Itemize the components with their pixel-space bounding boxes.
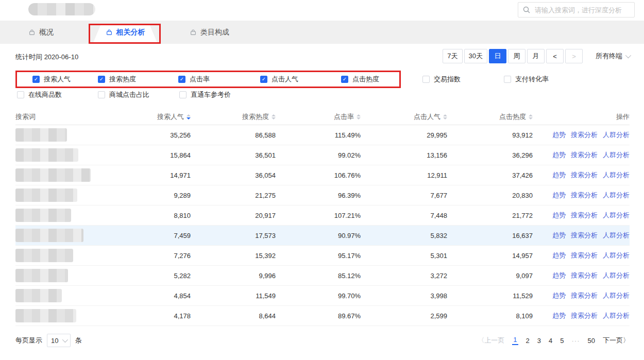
next-period-button[interactable]: > <box>565 49 583 63</box>
prev-page-button[interactable]: 〈上一页 <box>478 336 504 345</box>
action-link[interactable]: 人群分析 <box>603 150 630 160</box>
action-link[interactable]: 搜索分析 <box>571 211 598 220</box>
action-link[interactable]: 搜索分析 <box>571 170 598 180</box>
action-link[interactable]: 人群分析 <box>603 231 630 240</box>
keywords-table: 搜索词搜索人气搜索热度点击率点击人气点击热度操作 35,25686,588115… <box>15 109 630 326</box>
page-number[interactable]: 3 <box>537 337 541 345</box>
terminal-dropdown[interactable]: 所有终端 <box>596 52 630 61</box>
table-header: 搜索词搜索人气搜索热度点击率点击人气点击热度操作 <box>15 109 630 125</box>
metric-item[interactable]: 商城点击占比 <box>98 90 179 99</box>
column-header[interactable]: 点击率 <box>276 112 361 122</box>
chevron-down-icon <box>625 53 631 58</box>
actions-cell: 趋势搜索分析人群分析 <box>533 271 630 280</box>
action-link[interactable]: 趋势 <box>552 170 566 180</box>
range-button[interactable]: 周 <box>508 49 526 63</box>
range-button[interactable]: 30天 <box>464 49 487 63</box>
action-link[interactable]: 搜索分析 <box>571 191 598 200</box>
action-link[interactable]: 趋势 <box>552 291 566 300</box>
action-link[interactable]: 搜索分析 <box>571 251 598 260</box>
metric-item[interactable]: ✓点击率 <box>178 75 260 84</box>
metric-cell: 115.49% <box>276 131 361 139</box>
action-link[interactable]: 趋势 <box>552 130 566 140</box>
metric-cell: 9,097 <box>447 272 533 280</box>
checkbox-icon[interactable] <box>179 91 187 98</box>
metric-cell: 95.17% <box>276 252 361 260</box>
range-button[interactable]: 月 <box>527 49 545 63</box>
action-link[interactable]: 人群分析 <box>603 211 630 220</box>
metric-item[interactable]: ✓点击人气 <box>260 75 341 84</box>
sort-carets-icon[interactable] <box>187 114 191 119</box>
metric-item[interactable]: 在线商品数 <box>17 90 98 99</box>
action-link[interactable]: 人群分析 <box>603 271 630 280</box>
redacted-search-term <box>15 309 76 322</box>
range-button[interactable]: 7天 <box>443 49 462 63</box>
column-header[interactable]: 搜索热度 <box>191 112 276 122</box>
checkbox-icon[interactable]: ✓ <box>32 76 40 83</box>
action-link[interactable]: 搜索分析 <box>571 291 598 300</box>
page-number[interactable]: 1 <box>512 336 518 345</box>
search-box[interactable] <box>518 2 635 18</box>
metric-cell: 7,677 <box>361 192 447 199</box>
action-link[interactable]: 人群分析 <box>603 251 630 260</box>
metric-item[interactable]: 交易指数 <box>422 75 504 84</box>
metric-item[interactable]: 支付转化率 <box>504 75 549 84</box>
column-header[interactable]: 点击人气 <box>361 112 447 122</box>
tab-related-analysis[interactable]: 相关分析 <box>93 21 158 44</box>
prev-period-button[interactable]: < <box>546 49 564 63</box>
per-page-select[interactable]: 10 <box>47 334 71 347</box>
action-link[interactable]: 搜索分析 <box>571 130 598 140</box>
action-link[interactable]: 趋势 <box>552 211 566 220</box>
action-link[interactable]: 趋势 <box>552 311 566 320</box>
action-link[interactable]: 趋势 <box>552 231 566 240</box>
checkbox-icon[interactable]: ✓ <box>341 76 348 83</box>
metric-item[interactable]: 直通车参考价 <box>179 90 231 99</box>
next-page-button[interactable]: 下一页〉 <box>603 336 630 345</box>
action-link[interactable]: 趋势 <box>552 271 566 280</box>
action-link[interactable]: 趋势 <box>552 251 566 260</box>
sort-carets-icon[interactable] <box>357 114 361 119</box>
action-link[interactable]: 人群分析 <box>603 291 630 300</box>
checkbox-icon[interactable]: ✓ <box>98 76 105 83</box>
range-button[interactable]: 日 <box>489 49 506 63</box>
column-header[interactable]: 点击热度 <box>447 112 533 122</box>
action-link[interactable]: 趋势 <box>552 191 566 200</box>
redacted-search-term <box>15 249 73 262</box>
page-number[interactable]: 4 <box>549 337 552 345</box>
search-term-cell <box>15 309 134 322</box>
action-link[interactable]: 搜索分析 <box>571 231 598 240</box>
action-link[interactable]: 人群分析 <box>603 170 630 180</box>
action-link[interactable]: 人群分析 <box>603 130 630 140</box>
action-link[interactable]: 人群分析 <box>603 191 630 200</box>
toolbar: 统计时间 2020-06-10 7天30天日周月 < > 所有终端 <box>0 44 644 69</box>
sort-carets-icon[interactable] <box>529 114 533 119</box>
metric-cell: 86,588 <box>191 131 276 139</box>
column-header: 操作 <box>533 112 630 122</box>
action-link[interactable]: 搜索分析 <box>571 150 598 160</box>
search-input[interactable] <box>534 6 630 14</box>
page-number[interactable]: 2 <box>526 337 530 345</box>
page-ellipsis[interactable]: ··· <box>572 337 580 345</box>
tab-overview[interactable]: 概况 <box>28 21 54 44</box>
redacted-search-term <box>15 209 71 222</box>
column-header[interactable]: 搜索人气 <box>134 112 191 122</box>
checkbox-icon[interactable]: ✓ <box>178 76 185 83</box>
checkbox-icon[interactable] <box>17 91 24 98</box>
action-link[interactable]: 搜索分析 <box>571 271 598 280</box>
column-header-label: 点击率 <box>334 112 354 122</box>
sort-carets-icon[interactable] <box>272 114 276 119</box>
metric-label: 搜索热度 <box>109 75 136 84</box>
checkbox-icon[interactable] <box>422 76 430 83</box>
checkbox-icon[interactable]: ✓ <box>260 76 267 83</box>
last-page-number[interactable]: 50 <box>588 337 595 345</box>
tab-category-composition[interactable]: 类目构成 <box>190 21 229 44</box>
action-link[interactable]: 搜索分析 <box>571 311 598 320</box>
metric-item[interactable]: ✓点击热度 <box>341 75 422 84</box>
metric-item[interactable]: ✓搜索热度 <box>98 75 178 84</box>
page-number[interactable]: 5 <box>560 337 564 345</box>
checkbox-icon[interactable] <box>504 76 511 83</box>
metric-item[interactable]: ✓搜索人气 <box>32 75 98 84</box>
checkbox-icon[interactable] <box>98 91 105 98</box>
action-link[interactable]: 趋势 <box>552 150 566 160</box>
sort-carets-icon[interactable] <box>443 114 447 119</box>
action-link[interactable]: 人群分析 <box>603 311 630 320</box>
